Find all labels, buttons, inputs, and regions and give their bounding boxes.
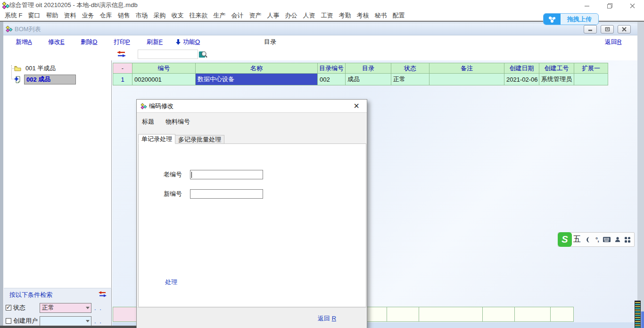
directory-button[interactable]: 目录 — [264, 38, 276, 46]
menu-item-data[interactable]: 资料 — [64, 11, 76, 20]
col-header-remark[interactable]: 备注 — [429, 63, 504, 74]
filter-panel-title: 按以下条件检索 — [9, 291, 52, 299]
keyboard-icon[interactable] — [603, 237, 611, 242]
bom-toolbar-row2 — [3, 48, 637, 60]
close-button[interactable] — [625, 1, 639, 10]
chevron-down-icon — [86, 320, 90, 322]
process-button[interactable]: 处理 — [165, 278, 177, 286]
menu-item-payments[interactable]: 收支 — [172, 11, 184, 20]
col-header-create-date[interactable]: 创建日期 — [504, 63, 539, 74]
app-icon — [2, 1, 10, 9]
category-tree-panel — [4, 60, 112, 288]
tree-item-semi-finished[interactable]: 001 半成品 — [14, 64, 57, 73]
row-index-cell[interactable]: 1 — [113, 73, 132, 85]
menu-item-production[interactable]: 生产 — [214, 11, 226, 20]
quick-search-input[interactable] — [138, 50, 198, 59]
dialog-return-button[interactable]: 返回 R — [318, 314, 336, 323]
creator-checkbox[interactable] — [6, 318, 11, 324]
swap-icon[interactable] — [117, 51, 126, 58]
bom-restore-button[interactable] — [601, 25, 614, 34]
menu-item-market[interactable]: 市场 — [136, 11, 148, 20]
menu-item-attendance[interactable]: 考勤 — [339, 11, 351, 20]
folder-icon — [14, 66, 21, 71]
dialog-title: 编码修改 — [149, 102, 173, 110]
col-header-dir-code[interactable]: 目录编号 — [317, 63, 346, 74]
menu-item-assessment[interactable]: 考核 — [357, 11, 369, 20]
tree-item-finished[interactable]: 002 成品 — [14, 75, 76, 84]
punctuation-icon[interactable]: °, — [595, 236, 599, 243]
dialog-close-icon[interactable]: × — [351, 100, 362, 111]
col-header-select[interactable]: - — [113, 63, 132, 74]
cell-name-selected[interactable]: 数据中心设备 — [195, 73, 318, 85]
cell-create-date[interactable]: 2021-02-06 — [504, 73, 539, 85]
return-button[interactable]: 返回R — [605, 38, 621, 46]
cell-ext1[interactable] — [574, 73, 608, 85]
menu-item-sales[interactable]: 销售 — [118, 11, 130, 20]
cell-code[interactable]: 00200001 — [132, 73, 196, 85]
menu-item-window[interactable]: 窗口 — [28, 11, 41, 20]
col-header-status[interactable]: 状态 — [391, 63, 429, 74]
print-button[interactable]: 打印P — [114, 38, 130, 46]
menu-item-accounts[interactable]: 往来款 — [190, 11, 208, 20]
menu-item-secretary[interactable]: 秘书 — [375, 11, 387, 20]
add-button[interactable]: 新增A — [16, 38, 32, 46]
footer-cell — [514, 307, 551, 322]
menu-item-office[interactable]: 办公 — [285, 11, 297, 20]
menu-item-accounting[interactable]: 会计 — [231, 11, 244, 20]
ime-mode-indicator[interactable]: 五 — [573, 235, 581, 244]
delete-button[interactable]: 删除D — [81, 38, 97, 46]
user-icon[interactable] — [615, 236, 620, 243]
col-header-name[interactable]: 名称 — [195, 63, 318, 74]
creator-more-button[interactable]: . . — [94, 318, 102, 325]
tab-batch-records[interactable]: 多记录批量处理 — [175, 135, 224, 144]
ime-toolbar[interactable]: S 五 °, — [558, 232, 635, 247]
status-more-button[interactable]: . . — [94, 304, 102, 311]
cell-dir[interactable]: 成品 — [345, 73, 391, 85]
drag-upload-button[interactable]: 拖拽上传 — [543, 13, 599, 25]
main-titlebar: 综合管理 oit 20210205 - 本地-db\演示信息.mdb — [0, 0, 644, 10]
bom-close-button[interactable] — [618, 25, 631, 34]
menu-item-hr[interactable]: 人事 — [267, 11, 280, 20]
function-button[interactable]: 功能O — [183, 38, 200, 46]
status-filter-label: 状态 — [13, 303, 40, 312]
dialog-titlebar: 编码修改 × — [137, 100, 367, 113]
caption-label: 标题 — [142, 118, 154, 126]
col-header-code[interactable]: 编号 — [132, 63, 196, 74]
col-header-dir[interactable]: 目录 — [345, 63, 391, 74]
bom-window-icon — [6, 25, 13, 33]
tab-single-record[interactable]: 单记录处理 — [138, 134, 175, 144]
menu-item-salary[interactable]: 工资 — [321, 11, 333, 20]
footer-cell — [387, 307, 419, 322]
swap-icon[interactable] — [99, 291, 107, 297]
menu-item-system[interactable]: 系统 F — [5, 11, 23, 20]
menu-item-hr2[interactable]: 人资 — [303, 11, 315, 20]
col-header-ext1[interactable]: 扩展一 — [574, 63, 608, 74]
sogou-logo-icon[interactable]: S — [558, 232, 572, 247]
cell-status[interactable]: 正常 — [391, 73, 429, 85]
cell-dir-code[interactable]: 002 — [317, 73, 346, 85]
status-dropdown[interactable]: 正常 — [40, 303, 91, 313]
menu-item-assets[interactable]: 资产 — [249, 11, 262, 20]
menu-item-business[interactable]: 业务 — [82, 11, 94, 20]
new-code-input[interactable] — [190, 189, 263, 199]
refresh-button[interactable]: 刷新F — [147, 38, 163, 46]
old-code-input[interactable] — [190, 170, 263, 179]
cell-creator[interactable]: 系统管理员 — [539, 73, 574, 85]
menu-item-warehouse[interactable]: 仓库 — [100, 11, 112, 20]
col-header-creator[interactable]: 创建工号 — [539, 63, 574, 74]
modify-button[interactable]: 修改E — [48, 38, 65, 46]
bom-minimize-button[interactable] — [584, 25, 597, 34]
cell-remark[interactable] — [429, 73, 504, 85]
minimize-button[interactable] — [580, 1, 594, 10]
menu-item-purchase[interactable]: 采购 — [154, 11, 166, 20]
toolbox-grid-icon[interactable] — [625, 237, 630, 243]
menu-item-help[interactable]: 帮助 — [46, 11, 58, 20]
table-row[interactable]: 1 00200001 数据中心设备 002 成品 正常 2021-02-06 系… — [113, 74, 608, 85]
status-checkbox[interactable] — [6, 305, 11, 311]
search-icon[interactable] — [199, 50, 207, 59]
moon-icon[interactable] — [585, 236, 591, 243]
window-title: 综合管理 oit 20210205 - 本地-db\演示信息.mdb — [9, 1, 138, 9]
restore-button[interactable] — [603, 1, 617, 10]
creator-dropdown[interactable] — [40, 316, 91, 326]
menu-item-config[interactable]: 配置 — [393, 11, 405, 20]
